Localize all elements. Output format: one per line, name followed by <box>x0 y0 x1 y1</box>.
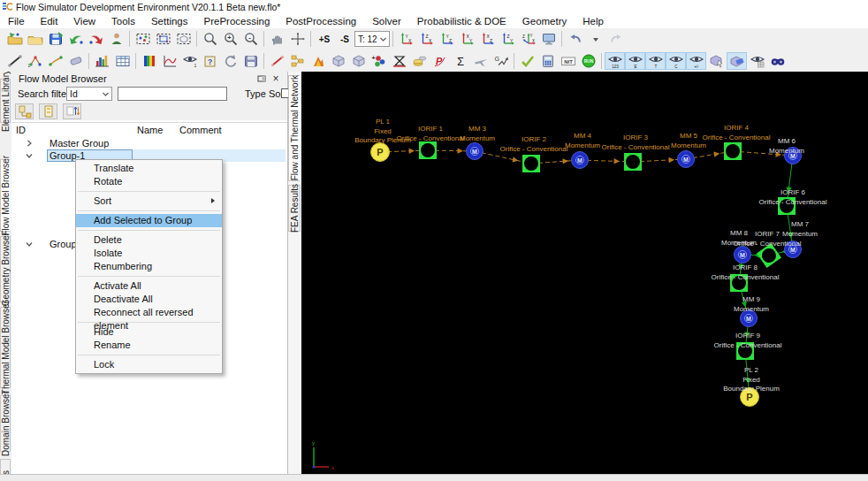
plane-display-button[interactable] <box>727 52 747 70</box>
node-mm-4[interactable]: MMM 4Momentum <box>565 132 600 169</box>
menu-probabilistic-doe[interactable]: Probabilistic & DOE <box>409 15 514 27</box>
show-chambers-button[interactable]: C <box>666 52 686 70</box>
node-colors-button[interactable]: + <box>369 52 389 70</box>
select-elements-button[interactable] <box>153 30 173 48</box>
init-button[interactable]: NIT <box>558 52 578 70</box>
element-cylinder-button[interactable] <box>65 52 86 70</box>
zoom-out-button[interactable]: - <box>240 30 261 48</box>
menu-postprocessing[interactable]: PostProcessing <box>278 15 364 27</box>
menu-item-rotate[interactable]: Rotate <box>76 175 222 188</box>
search-input[interactable] <box>118 87 227 101</box>
select-volume-button[interactable] <box>173 30 194 48</box>
expand-tree-button[interactable] <box>15 103 34 119</box>
pan-button[interactable] <box>267 30 287 48</box>
view-yx-button[interactable]: YX <box>396 30 416 48</box>
transient-chart-button[interactable] <box>389 52 409 70</box>
save-results-button[interactable] <box>240 52 261 70</box>
validate-button[interactable] <box>517 52 537 70</box>
node-iorif-2[interactable]: IORIF 2Orifice - Conventional <box>500 135 568 172</box>
export-model-button[interactable] <box>86 30 106 48</box>
menu-item-delete[interactable]: Delete <box>76 233 222 247</box>
view-xz-button[interactable]: XZ <box>477 30 498 48</box>
display-cube-2-button[interactable] <box>348 52 369 70</box>
menu-geometry[interactable]: Geometry <box>514 15 575 27</box>
sidebar-tab-thermal-model-browser[interactable]: Thermal Model Browser <box>0 307 11 388</box>
menu-item-hide[interactable]: Hide <box>76 325 222 339</box>
chevron-right-icon[interactable] <box>26 140 33 147</box>
menu-item-lock[interactable]: Lock <box>76 358 222 371</box>
sidebar-tab-element-library[interactable]: Element Library <box>0 79 11 123</box>
show-elements-button[interactable]: E <box>625 52 645 70</box>
chevron-down-icon[interactable] <box>26 152 33 159</box>
menu-settings[interactable]: Settings <box>143 15 196 27</box>
plot-results-button[interactable] <box>159 52 179 70</box>
view-xy-button[interactable]: XY <box>457 30 477 48</box>
model-canvas[interactable]: PPL 1FixedBoundary PlenumIORIF 1Orifice … <box>301 72 868 475</box>
element-chain-button[interactable] <box>45 52 65 70</box>
menu-edit[interactable]: Edit <box>33 15 66 27</box>
zoom-in-button[interactable]: + <box>220 30 240 48</box>
menu-view[interactable]: View <box>65 15 103 27</box>
node-mm-9[interactable]: MMM 9Momentum <box>734 295 769 327</box>
open-flow-model-button[interactable] <box>4 30 25 48</box>
element-branch-button[interactable]: 1 <box>25 52 45 70</box>
undo-dropdown[interactable] <box>585 30 605 48</box>
show-grid-button[interactable] <box>747 52 767 70</box>
tree-row-label[interactable]: Group <box>49 239 77 249</box>
menu-item-add-selected-to-group[interactable]: Add Selected to Group <box>76 214 222 227</box>
trace-button[interactable]: G <box>491 52 511 70</box>
move-view-button[interactable] <box>287 30 308 48</box>
menu-item-activate-all[interactable]: Activate All <box>76 279 222 293</box>
sidebar-tab-geometry-browser[interactable]: Geometry Browser <box>0 236 11 302</box>
dock-pin-icon[interactable] <box>255 73 268 85</box>
node-iorif-8[interactable]: IORIF 8Orifice - Conventional <box>712 263 780 292</box>
save-model-button[interactable] <box>45 30 65 48</box>
contour-legend-button[interactable] <box>139 52 159 70</box>
open-model-button[interactable] <box>25 30 45 48</box>
node-iorif-6[interactable]: IORIF 6Orifice - Conventional <box>759 188 827 215</box>
menu-item-isolate[interactable]: Isolate <box>76 247 222 260</box>
show-temperatures-button[interactable]: T <box>645 52 666 70</box>
menu-tools[interactable]: Tools <box>103 15 143 27</box>
menu-item-rename[interactable]: Rename <box>76 339 222 352</box>
element-line-button[interactable] <box>4 52 25 70</box>
user-profile-button[interactable] <box>106 30 126 48</box>
menu-item-translate[interactable]: Translate <box>76 162 222 175</box>
pressure-curve-button[interactable]: P <box>430 52 450 70</box>
node-mm-8[interactable]: MMM 8Momentum <box>721 229 757 263</box>
tree-row-master-group[interactable]: Master Group <box>11 137 287 149</box>
model-info-button[interactable]: ? <box>200 52 220 70</box>
pick-display-button[interactable] <box>706 52 727 70</box>
collapse-tree-button[interactable] <box>39 103 57 119</box>
data-table-button[interactable] <box>112 52 133 70</box>
zoom-window-button[interactable] <box>200 30 220 48</box>
undo-button[interactable] <box>565 30 585 48</box>
search-model-button[interactable] <box>767 52 788 70</box>
sidebar-tab-domain-browser[interactable]: Domain Browser <box>0 395 11 452</box>
sidebar-tab-planes[interactable]: Planes <box>0 459 11 475</box>
network-canvas[interactable]: PPL 1FixedBoundary PlenumIORIF 1Orifice … <box>301 72 868 475</box>
fit-view-button[interactable] <box>538 30 559 48</box>
show-signs-button[interactable]: +/- <box>686 52 706 70</box>
tree-row-label[interactable]: Master Group <box>49 138 109 149</box>
menu-preprocessing[interactable]: PreProcessing <box>196 15 278 27</box>
view-tab-flow-and-thermal-network[interactable]: Flow and Thermal Network <box>288 75 301 181</box>
import-model-button[interactable] <box>65 30 86 48</box>
run-button[interactable]: RUN <box>578 52 598 70</box>
cost-button[interactable] <box>409 52 430 70</box>
node-iorif-9[interactable]: IORIF 9Orifice - Conventional <box>714 332 782 360</box>
network-tree-button[interactable] <box>287 52 308 70</box>
text-size-select[interactable]: T: 12 <box>354 31 390 47</box>
view-zy-button[interactable]: ZY <box>498 30 518 48</box>
redo-button[interactable] <box>605 30 626 48</box>
menu-item-renumbering[interactable]: Renumbering <box>76 260 222 273</box>
node-iorif-3[interactable]: IORIF 3Orifice - Conventional <box>602 134 670 171</box>
menu-item-deactivate-all[interactable]: Deactivate All <box>76 293 222 306</box>
summation-button[interactable]: Σ <box>450 52 470 70</box>
convergence-button[interactable] <box>308 52 328 70</box>
node-iorif-4[interactable]: IORIF 4Orifice - Conventional <box>703 124 771 160</box>
show-result-ids-button[interactable]: 1 <box>179 52 200 70</box>
menu-item-sort[interactable]: Sort <box>76 195 222 208</box>
menu-item-reconnect-all-reversed-element[interactable]: Reconnect all reversed element <box>76 306 222 319</box>
histogram-button[interactable] <box>92 52 112 70</box>
